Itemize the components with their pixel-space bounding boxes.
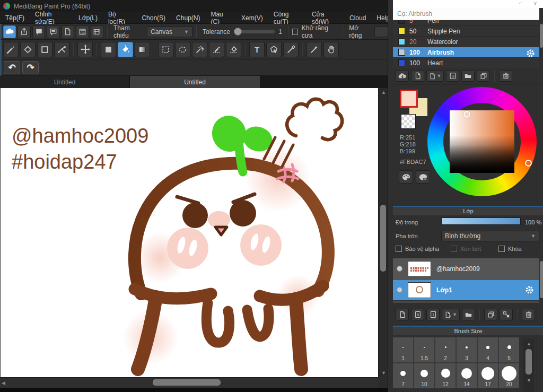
saturation-value-square[interactable] [450,110,514,173]
brush-size-2[interactable]: 2 [435,337,456,362]
layer-folder-button[interactable] [462,309,475,320]
brush-size-20[interactable]: 20 [499,363,519,388]
brush-size-1[interactable]: 1 [393,337,413,362]
select-pen-tool[interactable] [209,42,224,57]
eraser-tool[interactable] [20,42,36,57]
canvas-viewport[interactable]: @hamhoc2009 #hoidap247 [0,88,378,377]
blend-select[interactable]: Bình thường▼ [441,231,539,241]
scroll-down-icon[interactable]: ▼ [527,378,531,383]
brush-folder-button[interactable] [461,70,475,82]
brush-size-scroll-thumb[interactable] [526,349,532,374]
scroll-up-icon[interactable]: ▲ [527,341,531,346]
layer-merge-button[interactable] [500,309,513,320]
eyedropper-tool[interactable] [306,42,322,57]
menu-select[interactable]: Chọn(S) [136,12,171,23]
brush-size-3[interactable]: 3 [457,337,477,362]
brush-add-type-button[interactable]: ▼ [426,70,444,82]
menu-filter[interactable]: Bộ lọc(R) [103,12,136,23]
fill-rect-tool[interactable] [101,42,116,57]
redo-button[interactable]: ↷ [22,61,39,74]
comment-button[interactable] [32,25,45,38]
lasso-tool[interactable] [175,42,190,57]
brush-size-4[interactable]: 4 [478,337,498,362]
document-info-button[interactable] [62,25,74,38]
brush-size-12[interactable]: 12 [435,363,456,388]
divide-tool[interactable] [283,42,299,57]
menu-cloud[interactable]: Cloud [344,12,371,23]
clipping-checkbox[interactable] [451,246,457,252]
brush-delete-button[interactable] [499,70,512,82]
opacity-slider[interactable] [441,217,521,225]
menu-layer[interactable]: Lớp(L) [73,12,103,23]
panel-collapse-icon[interactable]: ⌐ [519,0,522,6]
menu-edit[interactable]: Chỉnh sửa(E) [30,12,73,23]
brush-item-airbrush-selected[interactable]: 100 Airbrush [393,47,539,58]
layer-visibility-icon[interactable] [397,287,402,293]
gradient-tool[interactable] [135,42,150,57]
shape-brush-tool[interactable] [37,42,52,57]
brush-script-button[interactable]: S [446,70,459,82]
move-tool[interactable] [77,42,93,57]
protect-alpha-checkbox[interactable] [396,246,402,252]
curve-tool[interactable] [54,42,69,57]
brush-list-scrollbar[interactable] [540,24,543,48]
material-list-button[interactable] [76,25,89,38]
reference-select[interactable]: Canvas▼ [147,27,192,37]
menu-file[interactable]: Tệp(F) [0,12,30,23]
select-rect-tool[interactable] [158,42,173,57]
brush-settings-gear-icon[interactable] [526,49,535,59]
lock-checkbox[interactable] [498,246,505,252]
menu-window[interactable]: Cửa sổ(W) [306,12,344,23]
brush-item-stipple-pen[interactable]: 50 Stipple Pen [393,26,539,37]
brush-size-7[interactable]: 7 [393,363,413,388]
layer-add-1bit-button[interactable]: 1 [426,309,440,320]
brush-size-17[interactable]: 17 [478,363,498,388]
brush-item-pen[interactable]: 5 Pen [393,20,539,26]
palette-edit-button[interactable] [416,170,430,184]
brush-item-watercolor[interactable]: 20 Watercolor [393,37,539,47]
canvas-settings-button[interactable] [91,25,103,38]
comment-list-button[interactable] [47,25,59,38]
menu-color[interactable]: Màu (C) [205,12,236,23]
brush-tool[interactable] [3,42,19,57]
brush-duplicate-button[interactable] [477,70,490,82]
scroll-down-icon[interactable]: ▼ [381,370,386,376]
menu-capture[interactable]: Chụp(N) [171,12,205,23]
layer-visibility-icon[interactable] [397,266,402,272]
brush-size-5[interactable]: 5 [499,337,519,362]
operation-tool[interactable] [266,42,282,57]
layer-row-watermark[interactable]: @hamhoc2009 [393,258,539,280]
layer-add-button[interactable] [396,309,409,320]
tab-untitled-2[interactable]: Untitled [130,76,260,88]
select-eraser-tool[interactable] [226,42,241,57]
foreground-color-swatch[interactable] [400,90,418,108]
text-tool[interactable]: T [249,42,265,57]
brush-item-heart[interactable]: 100 Heart [393,58,539,68]
layer-add-type-button[interactable]: ▼ [442,309,460,320]
brush-size-scrollbar[interactable]: ▲ ▼ [523,339,534,392]
scroll-left-icon[interactable]: ◀ [2,380,5,386]
brush-size-14[interactable]: 14 [457,363,477,388]
palette-button[interactable] [399,170,413,184]
horizontal-scroll-thumb[interactable] [153,379,221,386]
hand-tool[interactable] [323,42,339,57]
brush-cloud-download-button[interactable] [396,70,409,82]
layer-row-lop1-selected[interactable]: Lớp1 [393,280,539,301]
undo-button[interactable]: ↶ [4,61,20,74]
layer-delete-button[interactable] [522,309,535,320]
transparent-color-swatch[interactable] [401,114,416,129]
tolerance-slider[interactable] [234,30,275,33]
menu-tools[interactable]: Công cụ(T) [268,12,306,23]
brush-size-1-5[interactable]: 1.5 [414,337,434,362]
layer-add-8bit-button[interactable]: 8 [411,309,424,320]
hue-cursor[interactable] [525,160,532,167]
magic-wand-tool[interactable] [192,42,207,57]
canvas-horizontal-scrollbar[interactable]: ◀ [0,377,378,388]
tab-untitled-1[interactable]: Untitled [0,76,130,88]
bucket-tool[interactable] [118,42,133,57]
canvas-vertical-scrollbar[interactable]: ▲ ▼ [378,88,388,377]
layer-list-scrollbar[interactable] [540,261,543,298]
layer-duplicate-button[interactable] [484,309,497,320]
menu-view[interactable]: Xem(V) [236,12,268,23]
brush-size-10[interactable]: 10 [414,363,434,388]
